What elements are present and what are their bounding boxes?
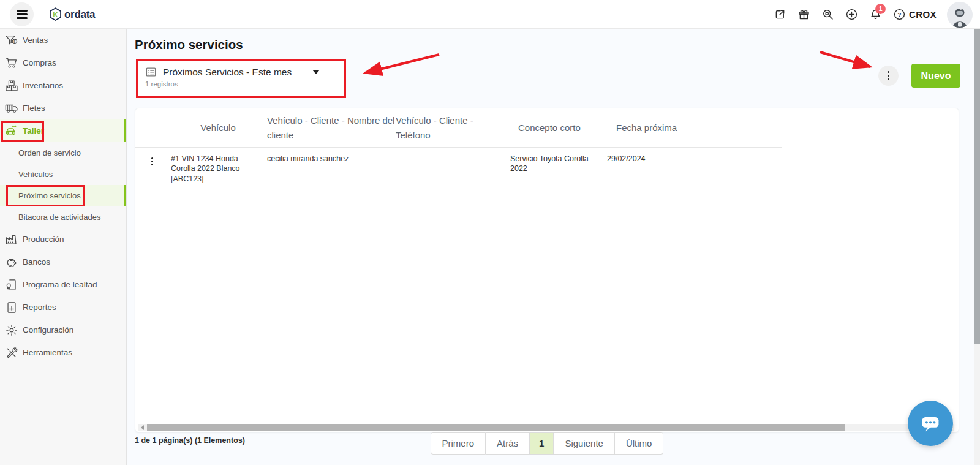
horizontal-scrollbar-thumb[interactable] <box>147 424 845 431</box>
external-link-icon[interactable] <box>773 8 786 21</box>
factory-icon <box>4 232 19 247</box>
table-header: Vehículo Vehículo - Cliente - Nombre del… <box>135 108 782 148</box>
row-actions-kebab-icon[interactable] <box>151 157 153 165</box>
cart-icon <box>4 55 19 70</box>
pagination: Primero Atrás 1 Siguiente Último <box>135 432 959 455</box>
vertical-scrollbar-thumb[interactable] <box>974 29 980 344</box>
sidebar-item-label: Taller <box>23 126 44 135</box>
boxes-icon <box>4 78 19 93</box>
cell-nombre-cliente: cecilia miranda sanchez <box>267 154 396 164</box>
column-header-concepto-corto[interactable]: Concepto corto <box>510 121 607 135</box>
sidebar-item-vehiculos[interactable]: Vehículos <box>0 164 126 185</box>
sidebar-item-configuracion[interactable]: Configuración <box>0 319 126 341</box>
sidebar: $ Ventas Compras Inventario <box>0 29 127 465</box>
sidebar-item-label: Inventarios <box>23 81 63 90</box>
sidebar-item-label: Ventas <box>23 36 48 45</box>
bell-icon[interactable]: 1 <box>869 8 882 21</box>
main-content: Próximo servicios Próximos Servicios - E… <box>127 29 974 465</box>
record-count: 1 registros <box>138 78 344 88</box>
help-icon[interactable]: ? <box>892 8 906 21</box>
truck-icon <box>4 100 19 116</box>
table-row: #1 VIN 1234 Honda Corolla 2022 Blanco [A… <box>135 148 782 184</box>
sidebar-item-ventas[interactable]: $ Ventas <box>0 29 126 51</box>
sidebar-item-bancos[interactable]: Bancos <box>0 251 126 273</box>
table-card: Vehículo Vehículo - Cliente - Nombre del… <box>135 108 959 433</box>
gift-icon[interactable] <box>797 8 810 21</box>
loyalty-icon <box>4 277 19 292</box>
sidebar-item-label: Orden de servicio <box>18 148 81 157</box>
funnel-dollar-icon: $ <box>4 32 19 48</box>
sidebar-item-taller[interactable]: Taller <box>0 119 126 142</box>
notification-badge: 1 <box>875 4 886 14</box>
sidebar-item-label: Próximo servicios <box>18 191 81 200</box>
list-icon <box>145 66 157 78</box>
cell-concepto-corto: Servicio Toyota Corolla 2022 <box>510 154 607 174</box>
app-page: K ordata <box>0 0 980 465</box>
cell-fecha-proxima: 29/02/2024 <box>607 154 782 164</box>
sidebar-item-label: Reportes <box>23 303 56 312</box>
sidebar-item-label: Fletes <box>23 104 45 113</box>
chat-bubble-icon <box>916 409 944 437</box>
pagination-last-button[interactable]: Último <box>615 432 664 455</box>
svg-text:?: ? <box>897 11 901 18</box>
search-icon[interactable] <box>821 8 834 21</box>
horizontal-scrollbar[interactable] <box>138 424 954 431</box>
page-title: Próximo servicios <box>135 37 243 52</box>
pagination-current-page[interactable]: 1 <box>530 432 554 455</box>
menu-icon[interactable] <box>10 2 34 26</box>
vertical-scrollbar[interactable] <box>974 29 980 465</box>
column-header-telefono[interactable]: Vehículo - Cliente - Teléfono <box>396 113 510 142</box>
sidebar-item-fletes[interactable]: Fletes <box>0 97 126 119</box>
chat-button[interactable] <box>908 401 953 446</box>
sidebar-item-label: Bitacora de actividades <box>18 213 100 222</box>
sidebar-item-label: Compras <box>23 58 56 67</box>
cell-vehiculo: #1 VIN 1234 Honda Corolla 2022 Blanco [A… <box>169 154 267 184</box>
tools-icon <box>4 345 19 360</box>
column-header-fecha-proxima[interactable]: Fecha próxima <box>607 121 782 135</box>
sidebar-item-label: Programa de lealtad <box>23 280 97 289</box>
gear-icon <box>4 322 19 338</box>
sidebar-item-programa-de-lealtad[interactable]: Programa de lealtad <box>0 273 126 296</box>
sidebar-item-inventarios[interactable]: Inventarios <box>0 74 126 97</box>
car-icon <box>4 123 19 138</box>
pagination-first-button[interactable]: Primero <box>431 432 486 455</box>
help-user[interactable]: ? CROX <box>892 8 937 21</box>
user-label: CROX <box>909 9 937 20</box>
plus-circle-icon[interactable] <box>845 8 858 21</box>
sidebar-item-label: Bancos <box>23 257 50 267</box>
sidebar-item-label: Producción <box>23 235 64 244</box>
column-header-vehiculo[interactable]: Vehículo <box>169 121 267 135</box>
chevron-down-icon <box>312 70 320 74</box>
saved-view-label: Próximos Servicios - Este mes <box>163 67 292 78</box>
avatar[interactable] <box>947 2 973 28</box>
topbar: K ordata <box>0 0 980 29</box>
new-button[interactable]: Nuevo <box>911 64 960 88</box>
svg-text:$: $ <box>13 39 15 43</box>
brand-name: ordata <box>64 9 95 21</box>
sidebar-item-label: Configuración <box>23 325 74 335</box>
list-options-kebab-button[interactable] <box>878 66 899 86</box>
hexagon-logo-icon: K <box>48 7 63 22</box>
sidebar-item-proximo-servicios[interactable]: Próximo servicios <box>0 185 126 206</box>
svg-text:K: K <box>53 11 58 18</box>
sidebar-item-produccion[interactable]: Producción <box>0 228 126 251</box>
sidebar-item-label: Herramientas <box>23 348 72 357</box>
sidebar-item-compras[interactable]: Compras <box>0 51 126 74</box>
topbar-actions: 1 ? CROX <box>773 0 973 29</box>
report-icon <box>4 300 19 315</box>
sidebar-item-herramientas[interactable]: Herramientas <box>0 341 126 364</box>
pagination-next-button[interactable]: Siguiente <box>554 432 615 455</box>
kebab-icon <box>888 71 890 81</box>
pagination-prev-button[interactable]: Atrás <box>486 432 530 455</box>
column-header-nombre-cliente[interactable]: Vehículo - Cliente - Nombre del cliente <box>267 113 396 142</box>
saved-view-dropdown[interactable]: Próximos Servicios - Este mes 1 registro… <box>136 59 346 98</box>
sidebar-item-orden-de-servicio[interactable]: Orden de servicio <box>0 142 126 164</box>
brand-logo: K ordata <box>48 0 95 29</box>
piggy-bank-icon <box>4 254 19 270</box>
sidebar-item-reportes[interactable]: Reportes <box>0 296 126 319</box>
sidebar-item-bitacora-de-actividades[interactable]: Bitacora de actividades <box>0 206 126 228</box>
sidebar-item-label: Vehículos <box>18 170 53 179</box>
scroll-left-arrow-icon[interactable] <box>141 425 144 430</box>
